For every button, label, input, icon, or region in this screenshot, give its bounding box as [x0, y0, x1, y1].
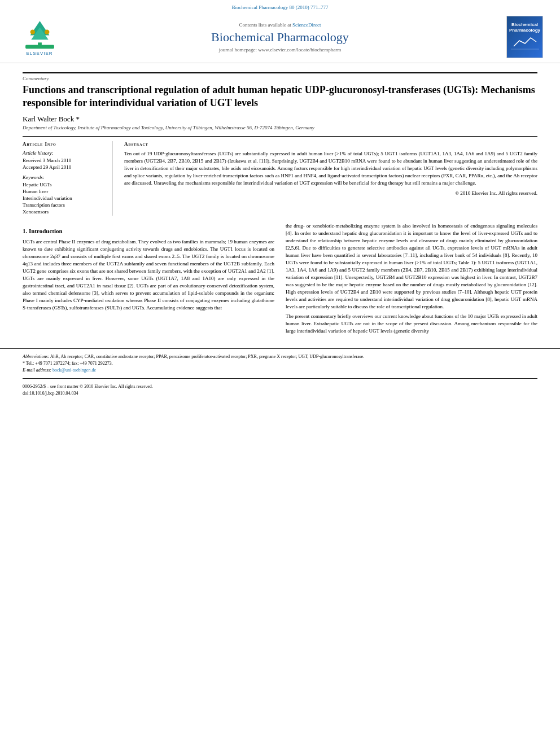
sciencedirect-line: Contents lists available at ScienceDirec…	[62, 22, 498, 28]
article-info-heading: Article Info	[23, 141, 107, 147]
elsevier-wordmark: ELSEVIER	[26, 51, 53, 56]
logo-title-line1: Biochemical	[511, 22, 538, 28]
elsevier-tree-icon	[24, 19, 55, 50]
email-label: E-mail address:	[23, 368, 51, 373]
footnote-star: * Tel.: +49 7071 2972274; fax: +49 7071 …	[23, 360, 537, 367]
journal-logo-image: Biochemical Pharmacology	[506, 16, 543, 58]
svg-rect-5	[25, 45, 54, 49]
email-value[interactable]: bock@uni-tuebingen.de	[53, 368, 96, 373]
right-para-2: The present commentary briefly overviews…	[286, 313, 537, 335]
header-inner: ELSEVIER Contents lists available at Sci…	[11, 14, 549, 60]
keyword-4: Transcription factors	[23, 202, 107, 208]
article-title: Functions and transcriptional regulation…	[23, 84, 537, 110]
journal-header: Biochemical Pharmacology 80 (2010) 771–7…	[0, 0, 560, 63]
received-date: Received 3 March 2010	[23, 158, 107, 163]
abbr-label: Abbreviations:	[23, 354, 49, 359]
article-info: Article Info Article history: Received 3…	[23, 141, 113, 216]
intro-heading: 1. Introduction	[23, 227, 274, 236]
doi-line: doi:10.1016/j.bcp.2010.04.034	[23, 390, 537, 396]
keywords-label: Keywords:	[23, 174, 107, 180]
elsevier-logo: ELSEVIER	[17, 19, 62, 56]
abstract-heading: Abstract	[124, 141, 537, 147]
journal-ref: Biochemical Pharmacology 80 (2010) 771–7…	[11, 5, 549, 10]
intro-paragraph-1: UGTs are central Phase II enzymes of dru…	[23, 238, 274, 312]
journal-logo-box: Biochemical Pharmacology	[498, 16, 543, 58]
journal-title: Biochemical Pharmacology	[62, 30, 498, 45]
main-content: Commentary Functions and transcriptional…	[0, 63, 560, 343]
email-line: E-mail address: bock@uni-tuebingen.de	[23, 367, 537, 374]
journal-homepage: journal homepage: www.elsevier.com/locat…	[62, 47, 498, 53]
author-affiliation: Department of Toxicology, Institute of P…	[23, 125, 537, 130]
sciencedirect-link[interactable]: ScienceDirect	[292, 22, 321, 28]
accepted-date: Accepted 29 April 2010	[23, 164, 107, 170]
issn-line: 0006-2952/$ – see front matter © 2010 El…	[23, 383, 537, 390]
author-name: Karl Walter Bock *	[23, 115, 537, 124]
footer: Abbreviations: AhR, Ah receptor; CAR, co…	[0, 348, 560, 399]
keyword-1: Hepatic UGTs	[23, 182, 107, 187]
abbreviations: Abbreviations: AhR, Ah receptor; CAR, co…	[23, 353, 537, 360]
keyword-5: Xenosensors	[23, 209, 107, 215]
abstract-section: Abstract Ten out of 19 UDP-glucuronosylt…	[124, 141, 537, 216]
section-tag: Commentary	[23, 76, 537, 81]
copyright-line: © 2010 Elsevier Inc. All rights reserved…	[124, 190, 537, 196]
article-meta: Article Info Article history: Received 3…	[23, 136, 537, 216]
header-center: Contents lists available at ScienceDirec…	[62, 22, 498, 53]
right-column: the drug- or xenobiotic-metabolizing enz…	[286, 222, 537, 338]
left-column: 1. Introduction UGTs are central Phase I…	[23, 222, 274, 338]
right-para-1: the drug- or xenobiotic-metabolizing enz…	[286, 222, 537, 311]
page: Biochemical Pharmacology 80 (2010) 771–7…	[0, 0, 560, 747]
logo-title-line2: Pharmacology	[509, 28, 540, 33]
keywords-section: Keywords: Hepatic UGTs Human liver Inter…	[23, 174, 107, 215]
abbr-text: AhR, Ah receptor; CAR, constitutive andr…	[50, 354, 365, 359]
footer-divider	[23, 378, 537, 379]
header-divider	[23, 72, 537, 73]
keyword-3: Interindividual variation	[23, 195, 107, 201]
history-label: Article history:	[23, 150, 107, 156]
svg-point-4	[44, 29, 49, 34]
keyword-2: Human liver	[23, 189, 107, 194]
abstract-text: Ten out of 19 UDP-glucuronosyltransferas…	[124, 150, 537, 187]
body-columns: 1. Introduction UGTs are central Phase I…	[23, 222, 537, 338]
svg-point-3	[30, 29, 34, 34]
